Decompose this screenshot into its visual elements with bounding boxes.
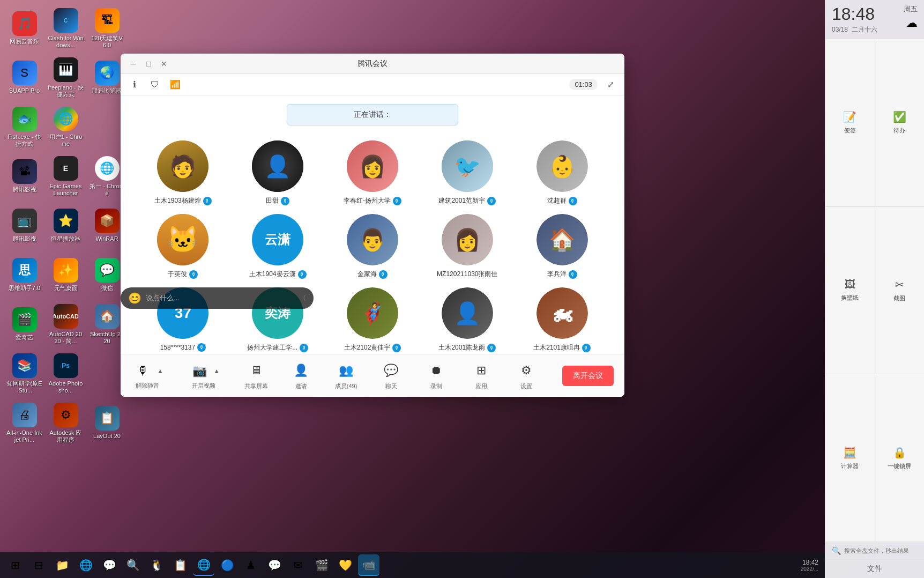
avatar: 🐱 xyxy=(157,214,208,265)
window-close-button[interactable]: ✕ xyxy=(158,56,170,71)
invite-label: 邀请 xyxy=(295,382,307,390)
sidebar-btn-screenshot[interactable]: ✂ 截图 xyxy=(875,207,925,374)
sidebar-btn-wallpaper[interactable]: 🖼 换壁纸 xyxy=(825,207,875,374)
mic-icon: 🎙 xyxy=(569,270,577,279)
sidebar-btn-notes[interactable]: 📝 便签 xyxy=(825,39,875,206)
chat-button[interactable]: 💬 聊天 xyxy=(375,361,407,390)
avatar: 👤 xyxy=(252,140,303,192)
participant-name: 土木2101康咀冉 🎙 xyxy=(533,343,591,352)
taskbar-iqiyi-button[interactable]: 🎬 xyxy=(311,554,332,576)
avatar: 👶 xyxy=(536,140,588,192)
mic-icon: 🎙 xyxy=(393,197,401,205)
desktop-icon-clash[interactable]: C Clash for Windows... xyxy=(46,4,86,53)
desktop-icon-txy[interactable]: 📺 腾讯影视 xyxy=(4,202,44,250)
invite-button[interactable]: 👤 邀请 xyxy=(285,361,317,390)
desktop-icon-epic[interactable]: E Epic Games Launcher xyxy=(46,152,86,201)
members-button[interactable]: 👥 成员(49) xyxy=(330,361,362,390)
participant-name: 于英俊 🎙 xyxy=(168,270,198,279)
notes-label: 便签 xyxy=(844,127,856,135)
audio-chevron-button[interactable]: ▲ xyxy=(157,367,163,375)
video-toggle-button[interactable]: 📷 xyxy=(188,361,211,381)
taskbar-folder-button[interactable]: 📁 xyxy=(51,554,73,576)
desktop-icon-user-chrome[interactable]: 🌐 用户1 - Chrome xyxy=(46,103,86,151)
desktop-icon-zhiwang[interactable]: 📚 知网研学(原E-Stu... xyxy=(4,350,44,398)
desktop-icon-freepiano[interactable]: 🎹 freepiano - 快捷方式 xyxy=(46,54,86,102)
desktop-icon-hengxing[interactable]: ⭐ 恒星播放器 xyxy=(46,202,86,250)
mic-icon: 🎙 xyxy=(392,344,401,352)
taskbar-wechat-button[interactable]: 💬 xyxy=(264,554,285,576)
mic-icon: 🎙 xyxy=(487,344,496,352)
mic-icon: 🎙 xyxy=(281,197,289,205)
taskbar-style-button[interactable]: 📋 xyxy=(169,554,191,576)
sidebar-btn-calc[interactable]: 🧮 计算器 xyxy=(825,374,875,542)
desktop-icon-fish[interactable]: 🐟 Fish.exe - 快捷方式 xyxy=(4,103,44,151)
shield-icon[interactable]: 🛡 xyxy=(147,77,162,92)
desktop-icon-autocad[interactable]: AutoCAD AutoCAD 2020 - 简... xyxy=(46,300,86,349)
desktop-icon-suapp[interactable]: S SUAPP Pro xyxy=(4,54,44,102)
signal-icon[interactable]: 📶 xyxy=(168,77,183,92)
expand-button[interactable]: ⤢ xyxy=(603,77,618,92)
sidebar-search-area[interactable]: 🔍 xyxy=(825,542,924,559)
taskbar-start-button[interactable]: ⊞ xyxy=(4,554,26,576)
search-icon: 🔍 xyxy=(832,546,841,555)
footer-center-buttons: 🖥 共享屏幕 👤 邀请 👥 成员(49) 💬 聊天 ⏺ 录制 ⊞ 应用 xyxy=(240,361,542,390)
taskbar-mail-button[interactable]: ✉ xyxy=(287,554,309,576)
participant-item: 👩 李春红-扬州大学 🎙 xyxy=(330,140,416,205)
taskbar-edge-button[interactable]: 🔵 xyxy=(217,554,238,576)
taskbar-search-button[interactable]: 🔍 xyxy=(122,554,144,576)
mic-icon: 🎙 xyxy=(569,197,577,205)
sidebar-btn-todo[interactable]: ✅ 待办 xyxy=(875,39,925,206)
participant-name: 沈超群 🎙 xyxy=(547,196,577,205)
avatar: 🏍 xyxy=(536,287,588,339)
desktop-icon-wyy[interactable]: 🎵 网易云音乐 xyxy=(4,4,44,53)
desktop-icon-zhidao[interactable]: 思 思维助手7.0 xyxy=(4,251,44,299)
sidebar-time-section: 18:48 03/18 二月十六 周五 ☁ xyxy=(825,0,924,39)
participant-name: 田甜 🎙 xyxy=(266,196,289,205)
audio-toggle-button[interactable]: 🎙 xyxy=(131,361,155,381)
mic-icon: 🎙 xyxy=(300,344,308,352)
file-section[interactable]: 文件 xyxy=(825,559,924,578)
desktop-icon-photoshop[interactable]: Ps Adobe Photosho... xyxy=(46,350,86,398)
sidebar-quick-actions: 📝 便签 ✅ 待办 🖼 换壁纸 ✂ 截图 🧮 计算器 🔒 一键锁屏 xyxy=(825,39,924,542)
desktop-icon-qqfilm[interactable]: 📽 腾讯影视 xyxy=(4,152,44,201)
participant-name: 土木2102黄佳宇 🎙 xyxy=(344,343,401,352)
apps-button[interactable]: ⊞ 应用 xyxy=(465,361,497,390)
audio-controls: 🎙 ▲ 解除静音 xyxy=(131,361,163,390)
participant-name: 李兵洋 🎙 xyxy=(547,270,577,279)
participant-name: 158****3137 🎙 xyxy=(160,343,206,352)
taskbar-meeting-button[interactable]: 📹 xyxy=(358,554,379,576)
desktop-icon-iqiyi[interactable]: 🎬 爱奇艺 xyxy=(4,300,44,349)
desktop-icon-yuanqi[interactable]: ✨ 元气桌面 xyxy=(46,251,86,299)
participant-name: 土木1903杨建煌 🎙 xyxy=(154,196,212,205)
taskbar-qq-button[interactable]: 🐧 xyxy=(146,554,167,576)
video-chevron-button[interactable]: ▲ xyxy=(213,367,220,375)
record-button[interactable]: ⏺ 录制 xyxy=(420,361,452,390)
taskbar-chat-button[interactable]: 💬 xyxy=(99,554,120,576)
taskbar-view-button[interactable]: ⊟ xyxy=(28,554,49,576)
participant-item: 👨 金家海 🎙 xyxy=(330,214,416,279)
leave-meeting-button[interactable]: 离开会议 xyxy=(562,366,614,386)
share-screen-button[interactable]: 🖥 共享屏幕 xyxy=(240,361,272,390)
taskbar-browser-button[interactable]: 🌐 xyxy=(75,554,96,576)
lock-label: 一键锁屏 xyxy=(888,462,911,470)
window-minimize-button[interactable]: ─ xyxy=(127,56,139,71)
desktop-icon-120jz[interactable]: 🏗 120天建筑V6.0 xyxy=(87,4,127,53)
titlebar-left: ─ □ ✕ xyxy=(127,56,170,71)
desktop-icon-autodesk[interactable]: ⚙ Autodesk 应用程序 xyxy=(46,399,86,447)
taskbar-steam-button[interactable]: ♟ xyxy=(240,554,262,576)
settings-button[interactable]: ⚙ 设置 xyxy=(510,361,542,390)
mic-icon: 🎙 xyxy=(298,270,307,279)
mic-icon: 🎙 xyxy=(487,197,496,205)
window-maximize-button[interactable]: □ xyxy=(143,56,155,71)
sidebar-btn-lock[interactable]: 🔒 一键锁屏 xyxy=(875,374,925,542)
taskbar-kakaotalk-button[interactable]: 💛 xyxy=(334,554,356,576)
desktop-icon-layout[interactable]: 📋 LayOut 20 xyxy=(87,399,127,447)
info-button[interactable]: ℹ xyxy=(127,77,142,92)
participant-item: 🐦 建筑2001范新宇 🎙 xyxy=(424,140,510,205)
desktop-icon-allinone[interactable]: 🖨 All-in-One Inkjet Pri... xyxy=(4,399,44,447)
taskbar-chrome-button[interactable]: 🌐 xyxy=(193,554,214,576)
participant-item: 🏍 土木2101康咀冉 🎙 xyxy=(519,287,605,352)
emoji-input-area[interactable]: 😊 说点什么... 〈 xyxy=(121,287,314,309)
search-input[interactable] xyxy=(844,547,918,554)
participant-name: 建筑2001范新宇 🎙 xyxy=(438,196,496,205)
